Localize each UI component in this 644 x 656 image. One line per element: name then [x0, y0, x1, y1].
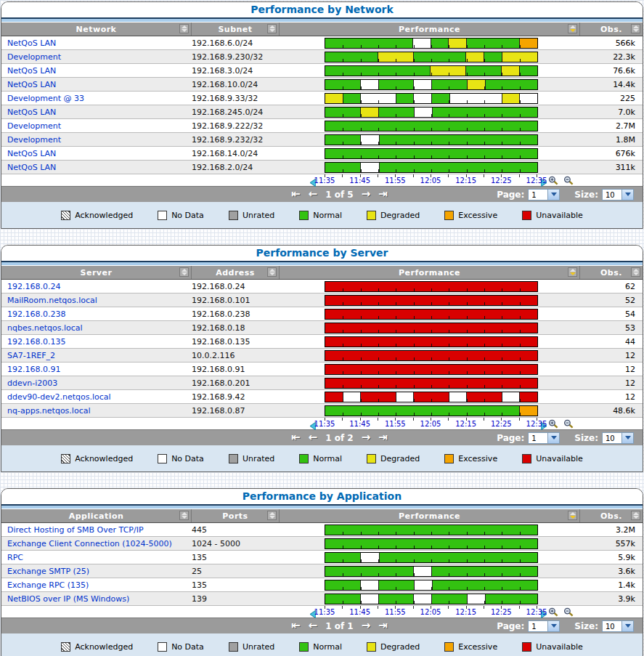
- first-page-icon[interactable]: ⇤: [291, 432, 301, 443]
- performance-bar[interactable]: [325, 162, 538, 173]
- dropdown-arrow-icon[interactable]: [621, 621, 633, 631]
- performance-bar[interactable]: [325, 309, 538, 320]
- size-select[interactable]: 10: [602, 432, 634, 444]
- row-name-link[interactable]: NetQoS LAN: [1, 163, 192, 172]
- row-name-link[interactable]: Exchange Client Connection (1024-5000): [1, 539, 192, 548]
- axis-tick: [519, 174, 520, 177]
- performance-bar[interactable]: [325, 121, 538, 131]
- row-name-link[interactable]: Development: [1, 121, 192, 131]
- sort-icon[interactable]: [179, 24, 189, 33]
- performance-bar[interactable]: [325, 580, 538, 591]
- zoom-out-magnifier-icon[interactable]: [563, 175, 574, 189]
- next-page-icon[interactable]: →: [362, 189, 371, 200]
- row-name-link[interactable]: SA7-1REF_2: [1, 351, 192, 360]
- size-select[interactable]: 10: [602, 189, 634, 201]
- sort-icon[interactable]: [631, 267, 640, 277]
- performance-bar[interactable]: [325, 364, 538, 375]
- row-name-link[interactable]: NetQoS LAN: [1, 80, 192, 89]
- performance-bar[interactable]: [325, 281, 538, 292]
- row-name-link[interactable]: Development: [1, 135, 192, 145]
- performance-bar[interactable]: [325, 107, 538, 118]
- row-name-link[interactable]: Direct Hosting of SMB Over TCP/IP: [1, 525, 192, 535]
- performance-bar[interactable]: [325, 52, 538, 62]
- row-name-link[interactable]: 192.168.0.135: [1, 337, 192, 347]
- last-page-icon[interactable]: ⇥: [378, 432, 388, 443]
- row-name-link[interactable]: NetQoS LAN: [1, 149, 192, 158]
- first-page-icon[interactable]: ⇤: [291, 620, 301, 631]
- page-select[interactable]: 1: [528, 189, 560, 201]
- time-axis: 11:3511:4511:5512:0512:1512:2512:35: [325, 174, 537, 186]
- page-select[interactable]: 1: [528, 432, 560, 444]
- performance-bar[interactable]: [325, 336, 538, 347]
- sort-icon-active[interactable]: [568, 511, 577, 520]
- row-name-link[interactable]: nq-apps.netqos.local: [1, 406, 192, 416]
- performance-bar[interactable]: [325, 65, 538, 76]
- next-page-icon[interactable]: →: [362, 432, 371, 443]
- page-select[interactable]: 1: [528, 620, 560, 632]
- zoom-out-magnifier-icon[interactable]: [563, 607, 574, 620]
- next-page-icon[interactable]: →: [362, 620, 371, 631]
- column-header-obs: Obs.: [580, 23, 643, 36]
- sort-icon[interactable]: [267, 267, 277, 277]
- last-page-icon[interactable]: ⇥: [378, 620, 388, 631]
- first-page-icon[interactable]: ⇤: [291, 189, 301, 200]
- performance-bar[interactable]: [325, 93, 538, 104]
- sort-icon[interactable]: [179, 511, 189, 520]
- sort-icon[interactable]: [267, 24, 277, 33]
- sort-icon[interactable]: [267, 511, 277, 520]
- sort-icon[interactable]: [631, 511, 640, 520]
- performance-bar[interactable]: [325, 38, 538, 49]
- row-name-link[interactable]: ddev90-dev2.netqos.local: [1, 392, 192, 402]
- row-name-link[interactable]: Exchange RPC (135): [1, 580, 192, 590]
- performance-bar[interactable]: [325, 350, 538, 361]
- prev-page-icon[interactable]: ←: [309, 432, 318, 443]
- row-name-link[interactable]: 192.168.0.24: [1, 282, 192, 291]
- row-name-link[interactable]: Exchange SMTP (25): [1, 567, 192, 576]
- row-name-link[interactable]: MailRoom.netqos.local: [1, 296, 192, 305]
- performance-bar[interactable]: [325, 538, 538, 549]
- row-name-link[interactable]: 192.168.0.238: [1, 309, 192, 319]
- performance-bar[interactable]: [325, 148, 538, 159]
- prev-page-icon[interactable]: ←: [309, 620, 318, 631]
- last-page-icon[interactable]: ⇥: [378, 189, 388, 200]
- dropdown-arrow-icon[interactable]: [547, 621, 559, 631]
- row-name-link[interactable]: RPC: [1, 553, 192, 562]
- sort-icon-active[interactable]: [568, 24, 577, 33]
- dropdown-arrow-icon[interactable]: [547, 433, 559, 443]
- performance-bar[interactable]: [325, 405, 538, 416]
- sort-icon[interactable]: [179, 267, 189, 277]
- performance-bar[interactable]: [325, 134, 538, 145]
- row-name-link[interactable]: NetQoS LAN: [1, 108, 192, 117]
- row-name-link[interactable]: ddevn-i2003: [1, 378, 192, 388]
- row-name-link[interactable]: NetQoS LAN: [1, 66, 192, 76]
- zoom-in-magnifier-icon[interactable]: [548, 175, 559, 189]
- zoom-in-magnifier-icon[interactable]: [548, 418, 559, 432]
- row-name-link[interactable]: nqbes.netqos.local: [1, 323, 192, 333]
- performance-bar[interactable]: [325, 79, 538, 90]
- performance-bar[interactable]: [325, 552, 538, 563]
- sort-icon[interactable]: [631, 24, 640, 33]
- performance-bar[interactable]: [325, 566, 538, 577]
- dropdown-arrow-icon[interactable]: [621, 433, 633, 443]
- prev-page-icon[interactable]: ←: [309, 189, 318, 200]
- performance-bar[interactable]: [325, 323, 538, 333]
- bar-tick: [467, 399, 468, 402]
- sort-icon-active[interactable]: [568, 267, 577, 277]
- performance-bar[interactable]: [325, 378, 538, 389]
- row-name-link[interactable]: 192.168.0.91: [1, 365, 192, 374]
- row-detail: 192.168.6.0/24: [192, 39, 280, 48]
- zoom-out-magnifier-icon[interactable]: [563, 418, 574, 432]
- row-name-link[interactable]: NetQoS LAN: [1, 39, 192, 48]
- zoom-in-magnifier-icon[interactable]: [548, 607, 559, 620]
- dropdown-arrow-icon[interactable]: [547, 190, 559, 200]
- row-name-link[interactable]: NetBIOS over IP (MS Windows): [1, 594, 192, 604]
- size-select[interactable]: 10: [602, 620, 634, 632]
- row-name-link[interactable]: Development @ 33: [1, 94, 192, 103]
- row-name-link[interactable]: Development: [1, 52, 192, 62]
- performance-bar[interactable]: [325, 594, 538, 604]
- performance-bar[interactable]: [325, 525, 538, 535]
- row-obs-value: 7.0k: [580, 108, 643, 117]
- performance-bar[interactable]: [325, 295, 538, 306]
- dropdown-arrow-icon[interactable]: [621, 190, 633, 200]
- performance-bar[interactable]: [325, 392, 538, 402]
